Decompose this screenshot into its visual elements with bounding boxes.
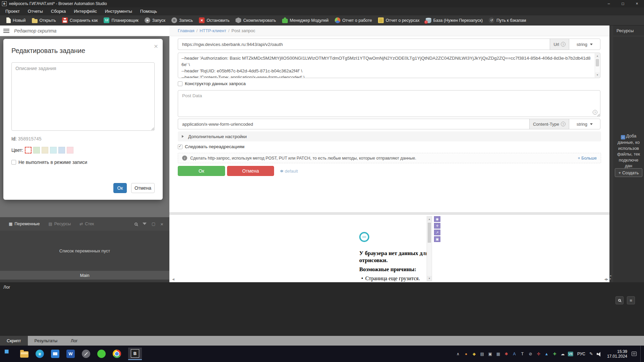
blue-app-icon[interactable] <box>51 350 59 358</box>
edge-icon[interactable]: e <box>36 350 44 358</box>
variables-tab[interactable]: ▤ Ресурсы <box>48 222 71 226</box>
word-icon[interactable]: W <box>66 350 75 358</box>
notification-center-icon[interactable] <box>632 352 637 356</box>
chrome-icon[interactable] <box>113 350 121 358</box>
variables-tab[interactable]: ⇄ Стек <box>79 222 94 226</box>
help-icon[interactable]: ? <box>593 110 597 115</box>
headers-scrollbar[interactable]: ▲ ▼ <box>595 53 600 77</box>
close-button[interactable]: × <box>630 0 644 7</box>
color-pink-swatch[interactable] <box>67 147 73 154</box>
frame-icon[interactable]: ▢ <box>152 222 155 226</box>
default-thread-tag[interactable]: default <box>280 168 298 174</box>
constructor-checkbox[interactable] <box>178 81 182 86</box>
create-resource-button[interactable]: + Создать <box>615 168 642 177</box>
scrollbar-thumb[interactable] <box>596 59 599 66</box>
toolbar-button[interactable]: Сохранить как <box>59 15 101 25</box>
content-type-input[interactable] <box>178 119 529 129</box>
tray-blocked-icon[interactable]: ⊘ <box>528 351 533 357</box>
close-icon[interactable]: × <box>160 221 163 227</box>
tray-letter-a-icon[interactable]: A <box>512 351 517 357</box>
speaker-icon[interactable] <box>597 352 601 356</box>
toolbar-button[interactable]: База (Нужен Перезапуск) <box>423 15 486 25</box>
toolbar-button[interactable]: Отчет о ресурсах <box>375 15 423 25</box>
color-green-swatch[interactable] <box>33 147 40 154</box>
hscroll-left-icon[interactable]: ◀ <box>172 278 174 281</box>
url-input[interactable] <box>178 39 550 50</box>
scroll-up-icon[interactable]: ▲ <box>427 217 432 222</box>
tray-shield-icon[interactable]: ▲ <box>544 351 549 357</box>
hscroll-right-icon[interactable]: ◀▶ <box>604 278 608 281</box>
log-menu-button[interactable]: ≡ <box>627 296 635 304</box>
snip-icon[interactable] <box>82 350 90 358</box>
search-icon[interactable] <box>135 223 138 226</box>
scroll-up-icon[interactable]: ▲ <box>595 53 600 58</box>
tray-chip-icon[interactable]: ▦ <box>495 351 501 357</box>
hamburger-icon[interactable] <box>3 29 9 29</box>
help-icon[interactable]: ? <box>561 42 566 47</box>
menu-item[interactable]: Инструменты <box>101 7 136 15</box>
start-button[interactable] <box>5 350 13 358</box>
no-record-checkbox[interactable] <box>11 160 16 165</box>
maximize-button[interactable]: □ <box>616 0 630 7</box>
toolbar-button[interactable]: Запись <box>168 15 196 25</box>
main-thread-tab[interactable]: Main <box>0 271 169 280</box>
color-cyan-swatch[interactable] <box>50 147 57 154</box>
toolbar-button[interactable]: Скомпилировать <box>232 15 279 25</box>
task-description-textarea[interactable] <box>11 62 155 131</box>
breadcrumb-section-link[interactable]: HTTP-клиент <box>200 28 226 33</box>
screenshot-icon[interactable]: ▣ <box>434 236 440 242</box>
dialog-ok-button[interactable]: Ок <box>113 183 127 193</box>
toolbar-button[interactable]: × Остановить <box>196 15 232 25</box>
scrollbar-thumb[interactable] <box>428 223 431 243</box>
menu-item[interactable]: Сборка <box>47 7 70 15</box>
tray-display-icon[interactable]: ▤ <box>479 351 485 357</box>
scroll-down-icon[interactable]: ▼ <box>595 72 600 77</box>
log-search-button[interactable] <box>615 296 624 304</box>
expand-icon[interactable]: ↗ <box>434 230 440 235</box>
scroll-strip[interactable]: ◂▸ <box>609 25 613 282</box>
tray-camera-icon[interactable]: ▣ <box>487 351 493 357</box>
tray-expand-icon[interactable]: ∧ <box>455 351 461 357</box>
bas-taskbar-icon[interactable]: B <box>131 349 139 358</box>
toolbar-button[interactable]: Открыть <box>29 15 59 25</box>
tray-letter-t-icon[interactable]: T <box>520 351 525 357</box>
menu-item[interactable]: Отчеты <box>24 7 47 15</box>
menu-item[interactable]: Интерфейс <box>70 7 101 15</box>
minimize-button[interactable]: – <box>602 0 616 7</box>
toolbar-button[interactable]: ▶ Запуск <box>142 15 168 25</box>
tray-pinwheel-icon[interactable]: ✣ <box>536 351 541 357</box>
clock[interactable]: 15:39 17.01.2024 <box>607 349 627 359</box>
ok-button[interactable]: Ок <box>178 166 225 176</box>
toolbar-button[interactable]: Новый <box>3 15 29 25</box>
color-blue-swatch[interactable] <box>58 147 65 154</box>
content-type-type-select[interactable]: string <box>569 119 600 129</box>
stream-icon[interactable]: ◉ <box>434 216 440 222</box>
green-app-icon[interactable] <box>97 350 106 358</box>
tray-vb-icon[interactable]: VB <box>568 352 573 356</box>
preview-scrollbar[interactable]: ▲ ▼ <box>427 216 432 281</box>
pen-input-icon[interactable]: ✎ <box>589 351 593 356</box>
dialog-cancel-button[interactable]: Отмена <box>131 183 155 193</box>
cancel-button[interactable]: Отмена <box>227 166 274 176</box>
menu-item[interactable]: Помощь <box>136 7 161 15</box>
headers-textarea[interactable]: --header 'Authorization: Basic MTZkMDc5M… <box>178 53 600 78</box>
color-none-swatch[interactable] <box>25 147 32 154</box>
toolbar-button[interactable]: Менеджер Модулей <box>279 15 332 25</box>
help-icon[interactable]: ? <box>561 122 566 126</box>
dialog-close-icon[interactable]: × <box>154 42 158 50</box>
toolbar-button[interactable]: ↺ Путь к бэкапам <box>486 15 529 25</box>
menu-item[interactable]: Проект <box>1 7 24 15</box>
additional-settings-expander[interactable]: Дополнительные настройки <box>178 131 601 141</box>
move-icon[interactable]: ✛ <box>434 223 440 229</box>
follow-redirects-checkbox[interactable] <box>178 144 182 149</box>
scroll-down-icon[interactable]: ▼ <box>427 276 432 281</box>
explorer-icon[interactable] <box>20 351 29 358</box>
show-desktop-button[interactable] <box>640 346 642 362</box>
tray-red-icon[interactable]: ✱ <box>503 351 509 357</box>
variables-tab[interactable]: ▦ Переменные <box>9 222 40 226</box>
post-data-textarea[interactable] <box>178 90 600 117</box>
toolbar-button[interactable]: 12 Планировщик <box>101 15 141 25</box>
tray-cloud-icon[interactable]: ☁ <box>560 351 566 357</box>
more-link[interactable]: + Больше <box>578 156 597 161</box>
color-beige-swatch[interactable] <box>42 147 48 154</box>
